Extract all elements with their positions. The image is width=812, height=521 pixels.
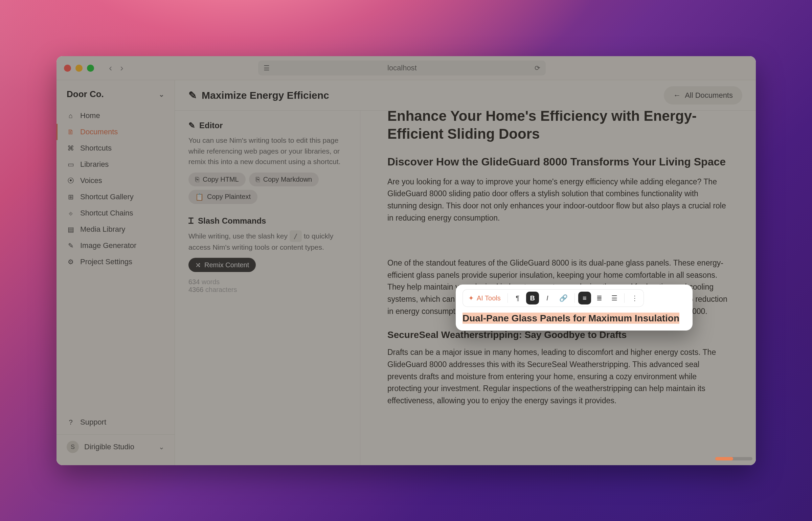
sidebar-item-support[interactable]: ? Support bbox=[57, 414, 175, 430]
toolbar-separator bbox=[624, 293, 625, 303]
sidebar-item-documents[interactable]: 🗎Documents bbox=[57, 124, 175, 140]
shortcuts-icon: ⌘ bbox=[67, 144, 75, 152]
selected-heading[interactable]: Dual-Pane Glass Panels for Maximum Insul… bbox=[463, 313, 686, 324]
chevron-down-icon: ⌄ bbox=[159, 90, 164, 98]
main-header: ✎ Maximize Energy Efficienc ← All Docume… bbox=[175, 80, 756, 111]
main-area: ✎ Maximize Energy Efficienc ← All Docume… bbox=[175, 80, 756, 465]
align-right-button[interactable]: ☰ bbox=[608, 292, 621, 304]
maximize-window-icon[interactable] bbox=[87, 65, 94, 72]
italic-button[interactable]: I bbox=[541, 292, 554, 304]
sidebar-item-label: Libraries bbox=[80, 160, 109, 169]
image-generator-icon: ✎ bbox=[67, 242, 75, 250]
doc-paragraph: Drafts can be a major issue in many home… bbox=[387, 346, 729, 407]
all-documents-label: All Documents bbox=[685, 91, 733, 100]
sidebar-item-libraries[interactable]: ▭Libraries bbox=[57, 156, 175, 173]
link-icon: 🔗 bbox=[559, 294, 568, 302]
all-documents-button[interactable]: ← All Documents bbox=[664, 86, 742, 105]
link-button[interactable]: 🔗 bbox=[556, 292, 571, 304]
sidebar-item-shortcut-chains[interactable]: ⟐Shortcut Chains bbox=[57, 205, 175, 221]
sidebar-item-label: Shortcuts bbox=[80, 144, 112, 153]
media-library-icon: ▤ bbox=[67, 225, 75, 233]
documents-icon: 🗎 bbox=[67, 128, 75, 136]
forward-button[interactable]: › bbox=[120, 63, 123, 73]
align-right-icon: ☰ bbox=[611, 294, 617, 302]
more-vertical-icon: ⋮ bbox=[631, 294, 638, 302]
editor-heading: ✎ Editor bbox=[188, 121, 346, 130]
titlebar: ‹ › ☰ localhost ⟳ bbox=[57, 56, 756, 80]
sidebar-item-label: Image Generator bbox=[80, 241, 136, 250]
sidebar-item-shortcuts[interactable]: ⌘Shortcuts bbox=[57, 140, 175, 156]
inspector-panel: ✎ Editor You can use Nim's writing tools… bbox=[175, 111, 360, 465]
copy-icon: ⎘ bbox=[195, 176, 199, 183]
remix-content-button[interactable]: ⤨Remix Content bbox=[188, 258, 256, 272]
pen-icon: ✎ bbox=[188, 121, 195, 130]
avatar: S bbox=[67, 441, 79, 453]
cursor-icon: Ꮖ bbox=[188, 216, 194, 226]
paragraph-style-button[interactable]: ¶ bbox=[511, 292, 524, 304]
pilcrow-icon: ¶ bbox=[516, 294, 519, 302]
align-left-button[interactable]: ≡ bbox=[578, 292, 591, 304]
sidebar-nav: ⌂Home🗎Documents⌘Shortcuts▭Libraries⦿Voic… bbox=[57, 108, 175, 270]
chevron-down-icon: ⌄ bbox=[159, 443, 164, 451]
sidebar-item-shortcut-gallery[interactable]: ⊞Shortcut Gallery bbox=[57, 189, 175, 205]
back-button[interactable]: ‹ bbox=[109, 63, 112, 73]
sidebar: Door Co. ⌄ ⌂Home🗎Documents⌘Shortcuts▭Lib… bbox=[57, 80, 175, 465]
doc-paragraph: Are you looking for a way to improve you… bbox=[387, 176, 729, 224]
edit-title-icon[interactable]: ✎ bbox=[188, 89, 197, 101]
more-options-button[interactable]: ⋮ bbox=[628, 292, 641, 304]
traffic-lights bbox=[64, 65, 94, 72]
workspace-name: Door Co. bbox=[67, 89, 104, 99]
align-center-icon: ≣ bbox=[596, 294, 602, 302]
voices-icon: ⦿ bbox=[67, 177, 75, 185]
toolbar-separator bbox=[508, 293, 508, 303]
sidebar-item-voices[interactable]: ⦿Voices bbox=[57, 173, 175, 189]
doc-h3: SecureSeal Weatherstripping: Say Goodbye… bbox=[387, 330, 729, 340]
align-left-icon: ≡ bbox=[583, 294, 587, 302]
italic-icon: I bbox=[546, 294, 548, 302]
progress-fill bbox=[715, 457, 733, 460]
user-switcher[interactable]: S Dirigible Studio ⌄ bbox=[57, 435, 175, 459]
browser-window: ‹ › ☰ localhost ⟳ Door Co. ⌄ ⌂Home🗎Docum… bbox=[57, 56, 756, 465]
shortcut-gallery-icon: ⊞ bbox=[67, 193, 75, 201]
minimize-window-icon[interactable] bbox=[75, 65, 83, 72]
bold-icon: B bbox=[530, 294, 535, 302]
url-text: localhost bbox=[387, 64, 417, 72]
slash-key: / bbox=[290, 230, 302, 242]
sidebar-item-label: Shortcut Gallery bbox=[80, 192, 134, 201]
align-center-button[interactable]: ≣ bbox=[593, 292, 606, 304]
project-settings-icon: ⚙ bbox=[67, 258, 75, 266]
formatting-toolbar: ✦ AI Tools ¶ B I 🔗 ≡ ≣ ☰ ⋮ bbox=[463, 289, 644, 307]
sidebar-item-media-library[interactable]: ▤Media Library bbox=[57, 221, 175, 237]
close-window-icon[interactable] bbox=[64, 65, 71, 72]
document-stats: 634 words 4366 characters bbox=[188, 278, 346, 294]
sidebar-item-label: Documents bbox=[80, 128, 118, 136]
shuffle-icon: ⤨ bbox=[195, 261, 201, 269]
bold-button[interactable]: B bbox=[526, 292, 539, 304]
site-settings-icon[interactable]: ☰ bbox=[264, 64, 270, 72]
libraries-icon: ▭ bbox=[67, 160, 75, 168]
formatting-toolbar-popup: ✦ AI Tools ¶ B I 🔗 ≡ ≣ ☰ ⋮ Dual-Pane Gla… bbox=[456, 285, 693, 331]
slash-description: While writing, use the slash key / to qu… bbox=[188, 230, 346, 253]
ai-tools-button[interactable]: ✦ AI Tools bbox=[465, 292, 504, 304]
progress-bar bbox=[715, 457, 752, 460]
sidebar-item-label: Shortcut Chains bbox=[80, 209, 133, 218]
copy-html-button[interactable]: ⎘Copy HTML bbox=[188, 173, 246, 186]
copy-markdown-button[interactable]: ⎘Copy Markdown bbox=[249, 173, 319, 186]
sidebar-item-home[interactable]: ⌂Home bbox=[57, 108, 175, 124]
copy-plaintext-button[interactable]: 📋Copy Plaintext bbox=[188, 190, 257, 204]
slash-commands-heading: Ꮖ Slash Commands bbox=[188, 216, 346, 226]
sidebar-item-project-settings[interactable]: ⚙Project Settings bbox=[57, 254, 175, 270]
sidebar-item-label: Voices bbox=[80, 176, 102, 185]
sidebar-item-image-generator[interactable]: ✎Image Generator bbox=[57, 237, 175, 254]
sidebar-item-label: Media Library bbox=[80, 225, 125, 234]
editor-description: You can use Nim's writing tools to edit … bbox=[188, 135, 346, 167]
sparkle-icon: ✦ bbox=[468, 294, 474, 302]
shortcut-chains-icon: ⟐ bbox=[67, 209, 75, 217]
document-title-input[interactable]: Maximize Energy Efficienc bbox=[202, 90, 344, 101]
reload-icon[interactable]: ⟳ bbox=[535, 64, 540, 72]
sidebar-item-label: Support bbox=[80, 418, 106, 427]
arrow-left-icon: ← bbox=[673, 91, 681, 100]
sidebar-item-label: Project Settings bbox=[80, 257, 132, 266]
url-bar[interactable]: ☰ localhost ⟳ bbox=[258, 61, 546, 75]
workspace-switcher[interactable]: Door Co. ⌄ bbox=[57, 86, 175, 108]
